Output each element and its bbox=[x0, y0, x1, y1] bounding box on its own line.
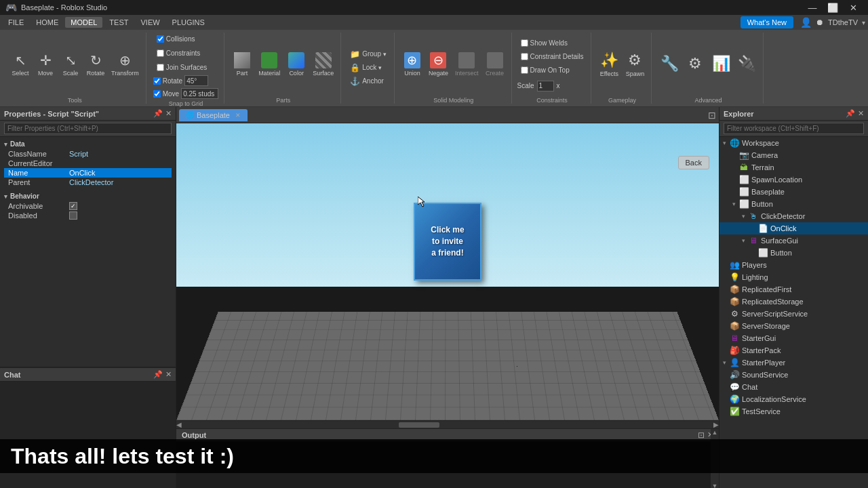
material-button[interactable]: Material bbox=[256, 45, 283, 84]
prop-row-name[interactable]: Name OnClick bbox=[4, 168, 172, 178]
tree-item-testservice[interactable]: ✅ TestService bbox=[719, 405, 868, 418]
join-surfaces-checkbox[interactable] bbox=[157, 64, 164, 71]
move-button[interactable]: ✛ Move bbox=[33, 45, 58, 84]
tree-item-replicatedfirst[interactable]: 📦 ReplicatedFirst bbox=[719, 283, 868, 296]
whats-new-button[interactable]: What's New bbox=[741, 16, 793, 28]
collisions-checkbox[interactable] bbox=[157, 35, 164, 43]
tree-item-button1[interactable]: ▾ ⬜ Button bbox=[719, 198, 868, 210]
show-welds-toggle[interactable]: Show Welds bbox=[517, 37, 587, 49]
lock-button[interactable]: 🔒 Lock ▾ bbox=[347, 62, 390, 74]
chat-close-icon[interactable]: ✕ bbox=[165, 370, 172, 379]
tree-item-spawnlocation[interactable]: ⬜ SpawnLocation bbox=[719, 174, 868, 186]
maximize-button[interactable]: ⬜ bbox=[823, 0, 842, 15]
scale-value-input[interactable] bbox=[537, 81, 554, 92]
menu-file[interactable]: FILE bbox=[3, 17, 29, 28]
tree-item-soundservice[interactable]: 🔊 SoundService bbox=[719, 369, 868, 381]
color-button[interactable]: Color bbox=[284, 45, 309, 84]
effects-button[interactable]: ✨ Effects bbox=[597, 45, 621, 84]
advanced-btn-4[interactable]: 🔌 bbox=[734, 45, 759, 84]
button1-expand-icon[interactable]: ▾ bbox=[729, 201, 738, 207]
transform-button[interactable]: ⊕ Transform bbox=[108, 45, 142, 84]
tree-item-replicatedstorage[interactable]: 📦 ReplicatedStorage bbox=[719, 296, 868, 308]
back-button[interactable]: Back bbox=[678, 156, 709, 169]
anchor-button[interactable]: ⚓ Anchor bbox=[347, 75, 390, 87]
surfacegui-expand-icon[interactable]: ▾ bbox=[738, 237, 748, 244]
explorer-pin-icon[interactable]: 📌 bbox=[846, 109, 855, 118]
tree-item-surfacegui[interactable]: ▾ 🖥 SurfaceGui bbox=[719, 235, 868, 247]
viewport-resize-icon[interactable]: ⊡ bbox=[708, 110, 716, 121]
move-value-input[interactable] bbox=[181, 88, 218, 99]
hscroll-right-arrow[interactable]: ▶ bbox=[713, 421, 719, 428]
tree-item-camera[interactable]: 📷 Camera bbox=[719, 149, 868, 161]
tree-item-chat[interactable]: 💬 Chat bbox=[719, 381, 868, 393]
disabled-checkbox[interactable] bbox=[69, 211, 77, 220]
draw-on-top-checkbox[interactable] bbox=[521, 66, 528, 74]
output-scroll-down[interactable]: ▼ bbox=[712, 483, 718, 488]
rotate-snap-checkbox[interactable] bbox=[153, 77, 161, 85]
tree-item-starterplayer[interactable]: ▾ 👤 StarterPlayer bbox=[719, 357, 868, 369]
part-button[interactable]: Part bbox=[230, 45, 254, 84]
properties-filter-input[interactable] bbox=[4, 123, 172, 134]
data-section-title[interactable]: ▾ Data bbox=[4, 139, 172, 149]
negate-button[interactable]: ⊖ Negate bbox=[426, 45, 451, 84]
advanced-btn-1[interactable]: 🔧 bbox=[657, 45, 682, 84]
chat-pin-icon[interactable]: 📌 bbox=[153, 370, 163, 379]
archivable-checkbox-area[interactable]: ✓ bbox=[69, 202, 77, 210]
explorer-close-icon[interactable]: ✕ bbox=[858, 109, 864, 118]
starterplayer-expand-icon[interactable]: ▾ bbox=[719, 359, 729, 366]
menu-plugins[interactable]: PLUGINS bbox=[167, 17, 210, 28]
blue-block[interactable]: Click meto invitea friend! bbox=[414, 203, 481, 281]
constraints-checkbox[interactable] bbox=[157, 49, 164, 57]
tree-item-terrain[interactable]: 🏔 Terrain bbox=[719, 161, 868, 174]
collisions-toggle[interactable]: Collisions bbox=[153, 33, 218, 45]
output-expand-icon[interactable]: ⊡ bbox=[698, 430, 705, 440]
intersect-button[interactable]: Intersect bbox=[452, 45, 481, 84]
spawn-button[interactable]: ⚙ Spawn bbox=[623, 45, 647, 84]
disabled-checkbox-area[interactable] bbox=[69, 211, 77, 220]
tree-item-startergui[interactable]: 🖥 StarterGui bbox=[719, 332, 868, 344]
menu-test[interactable]: TEST bbox=[104, 17, 134, 28]
tree-item-onclick[interactable]: 📄 OnClick bbox=[719, 222, 868, 235]
tree-item-serverstorage[interactable]: 📦 ServerStorage bbox=[719, 320, 868, 332]
tree-item-button3[interactable]: ⬜ Button bbox=[719, 247, 868, 259]
create-button[interactable]: Create bbox=[483, 45, 507, 84]
viewport-canvas[interactable]: Back Click meto invitea friend! bbox=[176, 123, 719, 420]
tree-item-lighting[interactable]: 💡 Lighting bbox=[719, 271, 868, 283]
behavior-section-title[interactable]: ▾ Behavior bbox=[4, 191, 172, 201]
workspace-expand-icon[interactable]: ▾ bbox=[719, 140, 729, 146]
tree-item-clickdetector[interactable]: ▾ 🖱 ClickDetector bbox=[719, 210, 868, 222]
rotate-button[interactable]: ↻ Rotate bbox=[83, 45, 108, 84]
dropdown-icon[interactable]: ▾ bbox=[862, 19, 865, 26]
constraints-toggle[interactable]: Constraints bbox=[153, 47, 218, 59]
join-surfaces-toggle[interactable]: Join Surfaces bbox=[153, 61, 218, 73]
explorer-filter-input[interactable] bbox=[724, 123, 864, 134]
tree-item-workspace[interactable]: ▾ 🌐 Workspace bbox=[719, 137, 868, 149]
tree-item-baseplate[interactable]: ⬜ Baseplate bbox=[719, 186, 868, 198]
baseplate-tab-close[interactable]: ✕ bbox=[235, 112, 241, 119]
scale-button[interactable]: ⤡ Scale bbox=[58, 45, 83, 84]
rotate-value-input[interactable] bbox=[184, 75, 208, 86]
tree-item-starterpack[interactable]: 🎒 StarterPack bbox=[719, 344, 868, 357]
constraint-details-checkbox[interactable] bbox=[521, 53, 528, 60]
show-welds-checkbox[interactable] bbox=[521, 39, 528, 47]
props-pin-icon[interactable]: 📌 bbox=[153, 109, 163, 118]
hscroll-thumb[interactable] bbox=[399, 422, 439, 428]
hscroll-left-arrow[interactable]: ◀ bbox=[176, 421, 182, 428]
archivable-checkbox[interactable]: ✓ bbox=[69, 202, 77, 210]
constraint-details-toggle[interactable]: Constraint Details bbox=[517, 51, 587, 63]
menu-model[interactable]: MODEL bbox=[65, 17, 102, 28]
select-button[interactable]: ↖ Select bbox=[8, 45, 33, 84]
menu-home[interactable]: HOME bbox=[31, 17, 64, 28]
tree-item-players[interactable]: 👥 Players bbox=[719, 259, 868, 271]
draw-on-top-toggle[interactable]: Draw On Top bbox=[517, 64, 587, 77]
union-button[interactable]: ⊕ Union bbox=[400, 45, 425, 84]
props-close-icon[interactable]: ✕ bbox=[165, 109, 172, 118]
close-button[interactable]: ✕ bbox=[844, 0, 863, 15]
advanced-btn-3[interactable]: 📊 bbox=[709, 45, 733, 84]
group-button[interactable]: 📁 Group ▾ bbox=[347, 48, 390, 60]
viewport-hscroll[interactable]: ◀ ▶ bbox=[176, 420, 719, 428]
menu-view[interactable]: VIEW bbox=[135, 17, 165, 28]
minimize-button[interactable]: — bbox=[803, 0, 822, 15]
tree-item-localizationservice[interactable]: 🌍 LocalizationService bbox=[719, 393, 868, 405]
advanced-btn-2[interactable]: ⚙ bbox=[683, 45, 707, 84]
